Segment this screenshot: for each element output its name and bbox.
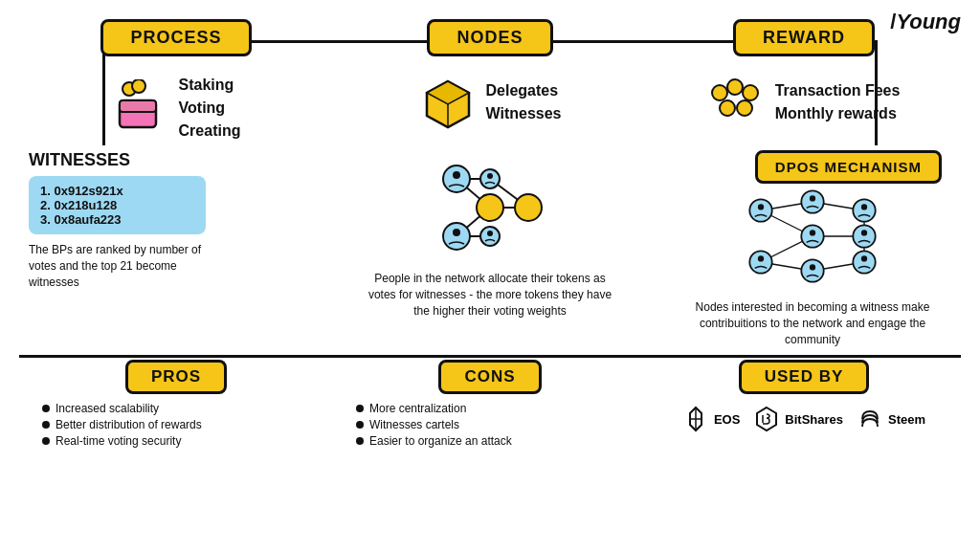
svg-point-42: [853, 199, 875, 221]
svg-point-52: [861, 255, 867, 261]
pros-column: PROS Increased scalability Better distri…: [33, 360, 320, 451]
network-desc: People in the network allocate their tok…: [361, 271, 619, 319]
bottom-section: PROS Increased scalability Better distri…: [19, 360, 961, 451]
reward-column: REWARD Transaction FeesMonthly rewards: [660, 19, 947, 131]
svg-point-44: [853, 251, 875, 273]
pros-badge: PROS: [125, 360, 227, 394]
cons-list: More centralization Witnesses cartels Ea…: [346, 402, 634, 451]
pros-item-3: Real-time voting security: [42, 434, 320, 448]
process-content: StakingVotingCreating: [112, 74, 241, 143]
bottom-wrapper: PROS Increased scalability Better distri…: [19, 355, 961, 451]
nodes-graph-icon: [726, 179, 899, 294]
bullet-dot: [42, 437, 50, 445]
pros-list: Increased scalability Better distributio…: [33, 402, 320, 451]
used-by-logos: EOS BitShares: [682, 406, 925, 432]
bitshares-icon: [753, 406, 780, 432]
steem-logo: Steem: [857, 406, 925, 432]
bullet-dot: [356, 405, 364, 412]
witness-1: 1. 0x912s921x: [40, 184, 194, 198]
process-badge: PROCESS: [100, 19, 251, 56]
svg-point-38: [749, 251, 771, 273]
svg-point-7: [712, 85, 727, 100]
used-by-badge: USED BY: [739, 360, 870, 394]
svg-point-39: [801, 190, 823, 212]
svg-point-47: [810, 195, 815, 201]
svg-point-1: [132, 79, 145, 93]
svg-point-8: [727, 79, 743, 95]
svg-point-49: [810, 264, 815, 270]
cons-item-1: More centralization: [356, 402, 634, 415]
reward-text: Transaction FeesMonthly rewards: [775, 79, 901, 125]
svg-point-18: [477, 194, 503, 221]
svg-point-48: [810, 230, 815, 235]
witness-3: 3. 0x8aufa223: [40, 212, 194, 227]
svg-point-40: [801, 225, 823, 247]
svg-point-19: [515, 194, 542, 221]
witnesses-desc: The BPs are ranked by number of votes an…: [29, 242, 220, 290]
bottom-separator: [19, 355, 961, 358]
bitshares-label: BitShares: [785, 412, 843, 427]
svg-point-25: [453, 229, 460, 236]
top-section: PROCESS StakingVotingCreating NO: [19, 19, 961, 143]
nodes-content: DelegatesWitnesses: [419, 74, 562, 131]
steem-icon: [857, 406, 883, 432]
eos-logo: EOS: [682, 406, 740, 432]
dpos-badge: DPOS MECHANISM: [755, 150, 942, 184]
nodes-text: DelegatesWitnesses: [486, 79, 562, 125]
bitshares-logo: BitShares: [753, 406, 843, 432]
coins-icon: [708, 74, 766, 131]
pros-item-2: Better distribution of rewards: [42, 418, 320, 431]
eos-label: EOS: [714, 412, 740, 427]
cons-badge: CONS: [438, 360, 541, 394]
used-by-column: USED BY EOS: [660, 360, 947, 432]
cube-icon: [419, 74, 477, 131]
witness-2: 2. 0x218u128: [40, 198, 194, 212]
witnesses-column: WITNESSES 1. 0x912s921x 2. 0x218u128 3. …: [19, 150, 306, 290]
svg-point-24: [453, 171, 460, 179]
bullet-dot: [356, 437, 364, 445]
witnesses-title: WITNESSES: [29, 150, 130, 170]
network-graph-icon: [404, 150, 576, 265]
svg-point-27: [487, 231, 493, 236]
process-column: PROCESS StakingVotingCreating: [33, 19, 320, 143]
process-text: StakingVotingCreating: [179, 74, 241, 143]
svg-point-11: [737, 100, 752, 116]
cons-column: CONS More centralization Witnesses carte…: [346, 360, 634, 451]
reward-badge: REWARD: [733, 19, 875, 56]
reward-content: Transaction FeesMonthly rewards: [708, 74, 901, 131]
svg-point-50: [861, 204, 867, 209]
steem-label: Steem: [888, 412, 925, 427]
svg-point-43: [853, 225, 875, 247]
svg-point-37: [749, 199, 771, 221]
wallet-icon: [112, 79, 169, 137]
bullet-dot: [42, 421, 50, 429]
nodes-badge: NODES: [427, 19, 552, 56]
eos-icon: [682, 406, 709, 432]
svg-point-9: [743, 85, 758, 100]
bullet-dot: [356, 421, 364, 429]
cons-item-3: Easier to organize an attack: [356, 434, 634, 448]
witnesses-list: 1. 0x912s921x 2. 0x218u128 3. 0x8aufa223: [29, 176, 206, 234]
svg-point-45: [758, 204, 764, 209]
pros-item-1: Increased scalability: [42, 402, 320, 415]
svg-point-41: [801, 259, 823, 281]
nodes-column: NODES DelegatesWitnesses: [346, 19, 634, 131]
svg-point-26: [487, 173, 493, 179]
svg-point-51: [861, 230, 867, 235]
network-column: People in the network allocate their tok…: [346, 150, 634, 319]
svg-point-46: [758, 255, 764, 261]
svg-point-10: [720, 100, 735, 116]
nodes-right-desc: Nodes interested in becoming a witness m…: [683, 299, 942, 347]
svg-rect-3: [120, 100, 156, 112]
bullet-dot: [42, 405, 50, 412]
cons-item-2: Witnesses cartels: [356, 418, 634, 431]
middle-wrapper: DPOS MECHANISM WITNESSES 1. 0x912s921x 2…: [19, 150, 961, 347]
